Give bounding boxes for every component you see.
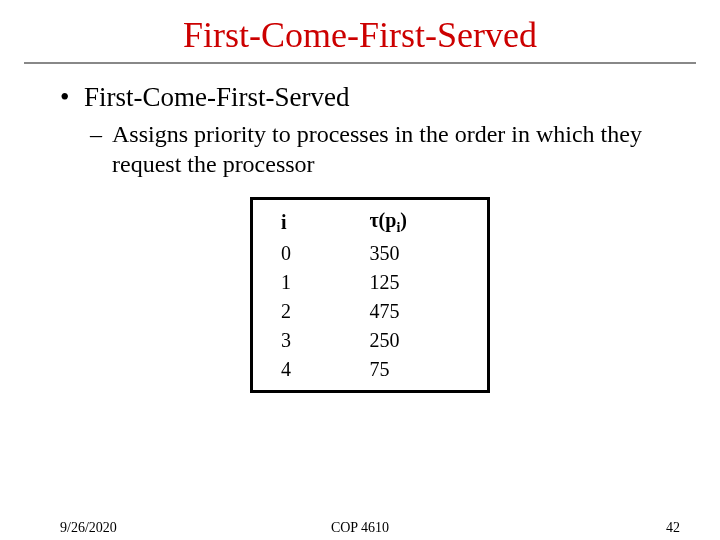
- table-row: 0 350: [253, 239, 487, 268]
- cell-i: 3: [253, 326, 359, 355]
- cell-tau: 475: [359, 297, 487, 326]
- slide: First-Come-First-Served First-Come-First…: [0, 14, 720, 540]
- title-divider: [24, 62, 696, 64]
- tau-prefix: τ(p: [369, 209, 396, 231]
- content-area: First-Come-First-Served Assigns priority…: [0, 82, 720, 393]
- col-header-index: i: [253, 206, 359, 239]
- cell-i: 2: [253, 297, 359, 326]
- footer-page-number: 42: [666, 520, 680, 536]
- table-header-row: i τ(pi): [253, 206, 487, 239]
- cell-i: 4: [253, 355, 359, 384]
- tau-suffix: ): [400, 209, 407, 231]
- footer-course: COP 4610: [0, 520, 720, 536]
- cell-i: 0: [253, 239, 359, 268]
- data-table-container: i τ(pi) 0 350 1 125 2 475: [250, 197, 490, 393]
- table-row: 3 250: [253, 326, 487, 355]
- table-row: 4 75: [253, 355, 487, 384]
- process-table: i τ(pi) 0 350 1 125 2 475: [253, 206, 487, 384]
- col-header-tau: τ(pi): [359, 206, 487, 239]
- cell-tau: 350: [359, 239, 487, 268]
- table-row: 1 125: [253, 268, 487, 297]
- cell-tau: 75: [359, 355, 487, 384]
- cell-tau: 125: [359, 268, 487, 297]
- cell-tau: 250: [359, 326, 487, 355]
- cell-i: 1: [253, 268, 359, 297]
- bullet-level-2: Assigns priority to processes in the ord…: [90, 119, 672, 179]
- table-row: 2 475: [253, 297, 487, 326]
- slide-title: First-Come-First-Served: [0, 14, 720, 56]
- bullet-level-1: First-Come-First-Served: [60, 82, 680, 113]
